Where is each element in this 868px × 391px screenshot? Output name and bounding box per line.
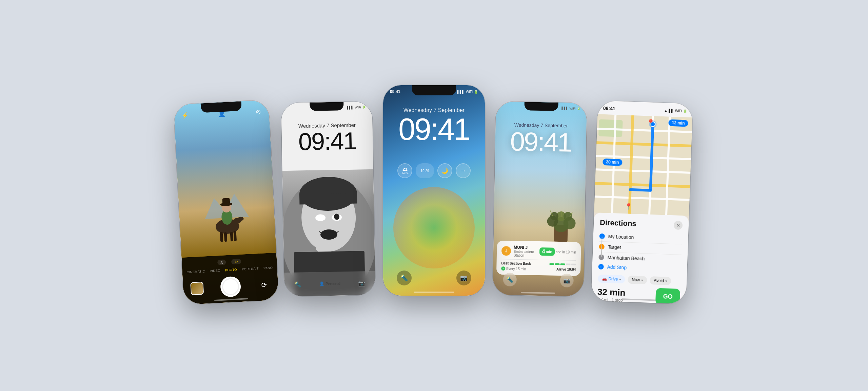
transit-frequency-row: + Every 15 min Arrive 10:04 (501, 266, 576, 272)
flashlight-quick-btn[interactable]: 🔦 (397, 271, 412, 285)
svg-rect-11 (222, 198, 230, 204)
weather-widget[interactable]: 21 14 24 (397, 163, 412, 178)
phone-camera: ⚡ 👤 ◎ SHARED LIBRARY (174, 100, 279, 305)
transit-station: Embarcadero Station (514, 250, 540, 258)
transit-and-text: and in 19 min (556, 250, 576, 254)
svg-rect-4 (230, 232, 233, 241)
color-time-display: 09:41 (383, 114, 485, 145)
color-time: 09:41 (390, 89, 400, 94)
directions-panel: Directions ✕ My Location Target (591, 212, 689, 304)
status-bar-bw: ▌▌▌ WiFi 🔋 (347, 106, 366, 109)
route-summary: 32 min 9.7 mi · 1 stop (597, 287, 626, 303)
activity-widget[interactable]: 19:29 (416, 163, 434, 178)
svg-rect-2 (220, 232, 223, 242)
lock-screen-widgets: 21 14 24 19:29 🌙 → (383, 163, 485, 178)
transit-seats (549, 263, 576, 265)
maps-status-icons: ▲ ▌▌ WiFi 🔋 (664, 109, 687, 113)
desert-camera-btn[interactable]: 📷 (560, 274, 574, 287)
directions-title: Directions (600, 218, 636, 228)
phone-maps: 09:41 ▲ ▌▌ WiFi 🔋 (591, 100, 693, 304)
personal-label: 👤 Personal (319, 281, 340, 286)
drive-option[interactable]: 🚗 Drive ▾ (598, 275, 625, 284)
bw-bottom-bar: 🔦 👤 Personal 📷 (284, 271, 375, 297)
transit-best-section: Best Section Back (501, 261, 531, 266)
route-details: 9.7 mi · 1 stop (597, 297, 625, 303)
stop-label-manhattan: Manhattan Beach (607, 255, 645, 262)
mode-video[interactable]: VIDEO (210, 268, 220, 273)
transport-options: 🚗 Drive ▾ Now ▾ Avoid ▾ (598, 275, 681, 286)
go-button[interactable]: GO (655, 288, 680, 304)
svg-rect-3 (224, 232, 227, 242)
status-bar-desert: ▌▌▌ WiFi 🔋 (561, 107, 580, 110)
transit-widget[interactable]: J MUNI J Embarcadero Station 4 min and i… (496, 241, 581, 276)
bw-time: 09:41 (282, 128, 373, 154)
mode-portrait[interactable]: PORTRAIT (242, 266, 259, 271)
camera-quick-btn[interactable]: 📷 (456, 271, 471, 285)
flash-icon[interactable]: ⚡ (180, 110, 190, 120)
time-bubble-20: 20 min (603, 159, 623, 166)
stop-label-my-location: My Location (608, 234, 634, 240)
shutter-button[interactable] (220, 276, 241, 297)
color-bottom-actions: 🔦 📷 (383, 271, 485, 285)
color-status-icons: ▌▌▌WiFi🔋 (457, 89, 478, 94)
time-bubble-12: 12 min (668, 119, 688, 127)
status-bar-color: 09:41 ▌▌▌WiFi🔋 (383, 89, 485, 94)
settings-icon[interactable]: ◎ (253, 107, 263, 116)
transit-arrive: Arrive 10:04 (556, 267, 576, 272)
notch-bw (310, 102, 343, 111)
scene: ⚡ 👤 ◎ SHARED LIBRARY (0, 0, 868, 391)
flip-camera-btn[interactable]: ⟳ (257, 278, 271, 292)
camera-controls: .5 1× CINEMATIC VIDEO PHOTO PORTRAIT PAN… (181, 253, 279, 304)
maps-clock: 09:41 (603, 106, 615, 111)
directions-header: Directions ✕ (600, 218, 683, 230)
directions-close-btn[interactable]: ✕ (674, 221, 683, 230)
map-view[interactable]: 📍 12 min 20 min 📍 (594, 114, 692, 216)
svg-rect-16 (299, 193, 357, 205)
flashlight-icon[interactable]: 🔦 (294, 281, 301, 287)
transit-detail-row: Best Section Back (501, 261, 576, 266)
desert-bottom-actions: 🔦 📷 (493, 273, 584, 288)
add-stop-icon: + (598, 264, 604, 270)
avoid-option[interactable]: Avoid ▾ (650, 276, 671, 285)
target-pin: 📍 (646, 118, 655, 127)
transit-route-info: MUNI J Embarcadero Station (514, 245, 540, 258)
mode-cinematic[interactable]: CINEMATIC (186, 269, 205, 274)
home-indicator-color (414, 292, 454, 293)
photo-thumbnail[interactable] (190, 282, 204, 295)
now-option[interactable]: Now ▾ (628, 276, 647, 284)
add-stop-label: Add Stop (607, 264, 627, 271)
desert-flashlight-btn[interactable]: 🔦 (503, 273, 517, 286)
phone-desert-lockscreen: ▌▌▌ WiFi 🔋 Wednesday 7 September 09:41 J… (493, 101, 587, 297)
destination-pin: 📍 (625, 203, 632, 210)
stop-label-target: Target (608, 244, 621, 250)
transit-route-name: MUNI J (514, 245, 540, 250)
phone-color-lockscreen: 09:41 ▌▌▌WiFi🔋 Wednesday 7 September 09:… (383, 85, 485, 296)
desert-time: 09:41 (495, 128, 586, 156)
phone-bw-lockscreen: ▌▌▌ WiFi 🔋 Wednesday 7 September 09:41 🔦… (281, 101, 375, 297)
moon-widget[interactable]: 🌙 (437, 163, 452, 178)
camera-quicklaunch-icon[interactable]: 📷 (358, 280, 365, 286)
zoom-1x-btn[interactable]: 1× (231, 259, 241, 264)
svg-rect-5 (234, 231, 237, 241)
notch-desert (524, 102, 558, 111)
mode-pano[interactable]: PANO (263, 266, 273, 270)
bw-time-overlay: Wednesday 7 September 09:41 (281, 122, 373, 154)
route-duration: 32 min (597, 287, 625, 298)
transit-time-badge: 4 min (539, 247, 555, 256)
camera-viewfinder[interactable] (174, 100, 276, 258)
summary-go-row: 32 min 9.7 mi · 1 stop GO (597, 286, 680, 304)
mode-photo[interactable]: PHOTO (225, 268, 237, 272)
transit-frequency: + Every 15 min (501, 266, 526, 271)
zoom-half-btn[interactable]: .5 (217, 259, 226, 265)
transit-route-badge: J (501, 246, 511, 256)
arrow-widget[interactable]: → (456, 163, 471, 178)
